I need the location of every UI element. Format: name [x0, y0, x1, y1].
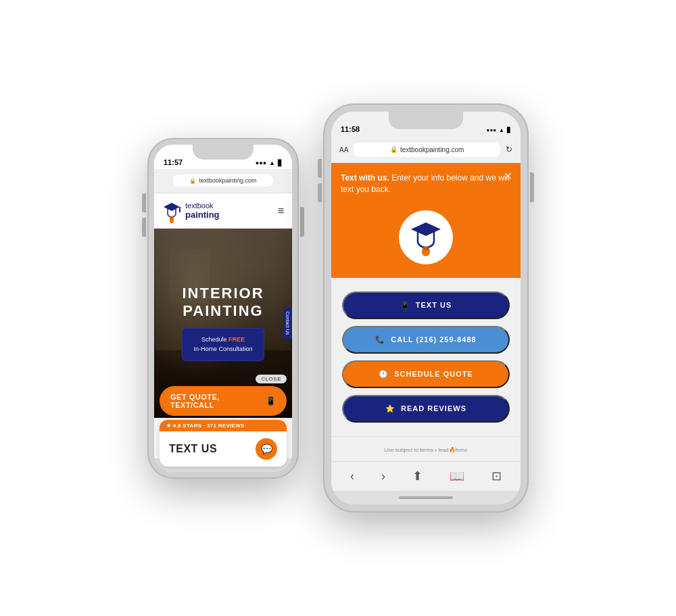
contact-tab[interactable]: Contact Us — [283, 307, 292, 339]
popup-header-text: Text with us. Enter your info below and … — [341, 172, 511, 195]
signal-icon: ●●● — [256, 160, 266, 166]
status-icons-2: ●●● ▲ ▊ — [487, 127, 511, 133]
hamburger-menu[interactable]: ≡ — [278, 205, 284, 217]
call-button[interactable]: 📞 CALL (216) 259-8488 — [342, 326, 510, 354]
read-reviews-button[interactable]: ⭐ READ REVIEWS — [342, 395, 510, 423]
lock-icon-1: 🔒 — [189, 178, 196, 184]
popup-bold-text: Text with us. — [341, 173, 389, 183]
hero-line2: PAINTING — [182, 302, 264, 320]
get-quote-text: GET QUOTE, TEXT/CALL — [170, 393, 266, 409]
popup-logo-circle — [399, 210, 453, 264]
volume-down-btn-2[interactable] — [318, 183, 322, 202]
status-icons-1: ●●● ▲ ▊ — [256, 160, 283, 166]
hero-title: INTERIOR PAINTING — [182, 285, 264, 321]
url-text-1: textbookpainting.com — [199, 177, 256, 184]
wifi-icon: ▲ — [269, 160, 275, 166]
status-time-1: 11:57 — [164, 158, 183, 166]
lock-icon-2: 🔒 — [390, 146, 397, 153]
logo-top: textbook — [185, 202, 220, 210]
svg-rect-3 — [170, 216, 173, 218]
close-bar: CLOSE — [154, 372, 292, 386]
volume-up-btn-2[interactable] — [318, 159, 322, 178]
call-btn-label: CALL (216) 259-8488 — [391, 335, 476, 343]
call-icon: 📞 — [375, 335, 385, 344]
text-us-row: TEXT US 💬 — [160, 431, 287, 467]
popup-widget: CLOSE GET QUOTE, TEXT/CALL 📱 ★ 4.8 STARS… — [154, 372, 292, 472]
logo-icon — [162, 202, 181, 220]
notch-2 — [389, 112, 463, 129]
schedule-quote-button[interactable]: 🕐 SCHEDULE QUOTE — [342, 360, 510, 388]
logo-text: textbook painting — [185, 202, 220, 220]
bookmarks-nav[interactable]: 📖 — [450, 469, 464, 483]
power-btn[interactable] — [300, 207, 304, 237]
phone-2: 11:58 ●●● ▲ ▊ AA 🔒 textbookpainting.com … — [324, 105, 527, 511]
footer-text: Use subject to terms • lead🔥ferno — [384, 447, 468, 453]
text-us-label-1: TEXT US — [169, 443, 217, 455]
text-us-btn-label: TEXT US — [416, 301, 452, 309]
close-x-button[interactable]: ✕ — [504, 170, 512, 183]
notch — [193, 145, 254, 160]
phone1-frame: 11:57 ●●● ▲ ▊ 🔒 textbookpainting.com — [149, 139, 297, 477]
svg-rect-10 — [423, 247, 429, 250]
schedule-btn-label: SCHEDULE QUOTE — [394, 370, 473, 378]
popup-buttons-area: 📱 TEXT US 📞 CALL (216) 259-8488 🕐 SCHEDU… — [331, 278, 521, 436]
logo-bottom: painting — [185, 210, 220, 220]
get-quote-button[interactable]: GET QUOTE, TEXT/CALL 📱 — [160, 386, 287, 416]
refresh-icon[interactable]: ↻ — [506, 145, 512, 154]
browser-bar-2[interactable]: AA 🔒 textbookpainting.com ↻ — [331, 136, 521, 163]
home-indicator-2 — [331, 491, 521, 504]
svg-marker-8 — [411, 222, 441, 236]
text-us-widget: ★ 4.8 STARS · 371 REVIEWS TEXT US 💬 — [160, 420, 287, 467]
phone2-frame: 11:58 ●●● ▲ ▊ AA 🔒 textbookpainting.com … — [324, 105, 527, 511]
cta-line1: Schedule FREE — [192, 335, 254, 345]
bottom-nav-2: ‹ › ⬆ 📖 ⊡ — [331, 461, 521, 491]
signal-icon-2: ●●● — [487, 127, 497, 133]
power-btn-2[interactable] — [530, 172, 534, 202]
volume-down-btn[interactable] — [142, 218, 146, 237]
phone-1: 11:57 ●●● ▲ ▊ 🔒 textbookpainting.com — [149, 139, 297, 477]
popup-logo-area — [331, 204, 521, 278]
popup-logo-svg — [406, 217, 446, 258]
wifi-icon-2: ▲ — [499, 127, 504, 133]
forward-nav[interactable]: › — [381, 469, 385, 483]
svg-marker-0 — [164, 203, 180, 211]
cta-consultation: In-Home Consultation — [192, 345, 254, 354]
chat-button[interactable]: 💬 — [256, 438, 277, 460]
mobile-icon-2: 📱 — [400, 301, 410, 310]
star-icon: ⭐ — [385, 404, 395, 413]
reviews-btn-label: READ REVIEWS — [401, 404, 466, 412]
stars-text: ★ 4.8 STARS · 371 REVIEWS — [166, 423, 245, 429]
battery-icon: ▊ — [278, 160, 283, 166]
cta-free-text: FREE — [228, 336, 245, 343]
popup-footer: Use subject to terms • lead🔥ferno — [331, 436, 521, 461]
status-time-2: 11:58 — [341, 125, 360, 133]
volume-up-btn[interactable] — [142, 193, 146, 212]
browser-bar-1[interactable]: 🔒 textbookpainting.com — [154, 169, 292, 193]
home-bar-2 — [399, 496, 453, 499]
chat-icon: 💬 — [261, 444, 272, 454]
clock-icon: 🕐 — [379, 370, 389, 379]
tabs-nav[interactable]: ⊡ — [491, 469, 502, 483]
battery-icon-2: ▊ — [507, 127, 511, 133]
url-bar-2[interactable]: 🔒 textbookpainting.com — [354, 143, 500, 157]
share-nav[interactable]: ⬆ — [412, 469, 422, 483]
text-us-button[interactable]: 📱 TEXT US — [342, 291, 510, 319]
logo-area: textbook painting — [162, 202, 220, 220]
url-bar-1[interactable]: 🔒 textbookpainting.com — [173, 174, 272, 187]
hero-line1: INTERIOR — [182, 285, 264, 302]
overlay-popup: Text with us. Enter your info below and … — [331, 163, 521, 461]
url-text-2: textbookpainting.com — [400, 146, 464, 153]
aa-label[interactable]: AA — [339, 146, 348, 153]
close-button[interactable]: CLOSE — [256, 375, 287, 383]
cta-schedule-text: Schedule — [201, 336, 228, 343]
hero-text: INTERIOR PAINTING Schedule FREE In-Home … — [175, 285, 270, 362]
cta-button[interactable]: Schedule FREE In-Home Consultation — [182, 328, 264, 361]
stars-bar: ★ 4.8 STARS · 371 REVIEWS — [160, 420, 287, 431]
back-nav[interactable]: ‹ — [350, 469, 354, 483]
mobile-icon: 📱 — [266, 396, 276, 406]
popup-header: Text with us. Enter your info below and … — [331, 163, 521, 204]
navbar-1: textbook painting ≡ — [154, 193, 292, 229]
